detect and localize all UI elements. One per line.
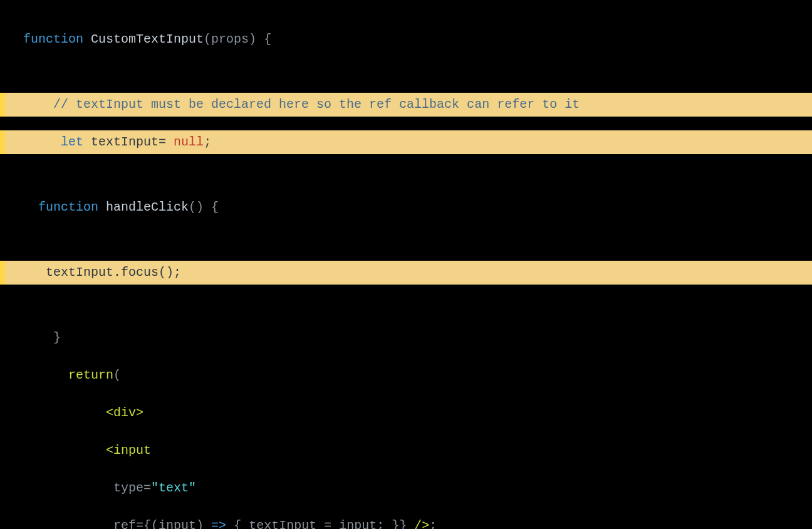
code-line-highlighted: // textInput must be declared here so th… [0,93,812,117]
code-line: type="text" [0,476,812,500]
code-line: return( [0,364,812,387]
code-line: } [0,326,812,350]
code-line: function CustomTextInput(props) { [0,28,812,51]
code-line: <input [0,439,812,463]
code-line: function handleClick() { [0,196,812,219]
code-line: <div> [0,401,812,425]
code-block: function CustomTextInput(props) { // tex… [0,0,812,529]
code-line-highlighted: textInput.focus(); [0,261,812,285]
blank-line [0,233,812,247]
blank-line [0,298,812,312]
code-line: ref={(input) => { textInput = input; }} … [0,514,812,529]
blank-line [0,168,812,182]
blank-line [0,65,812,79]
code-line-highlighted: let textInput= null; [0,130,812,154]
